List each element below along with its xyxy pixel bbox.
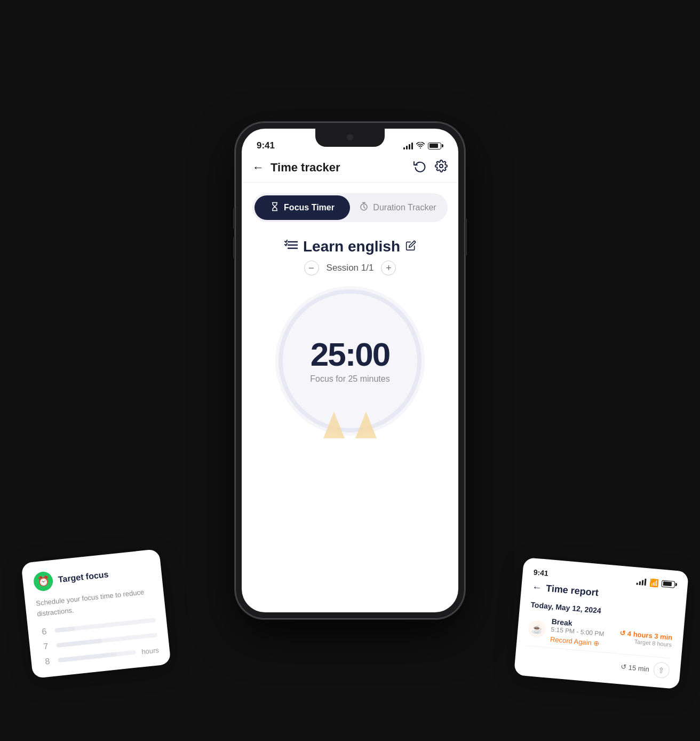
power-button[interactable]: [465, 218, 467, 256]
phone-screen: 9:41: [242, 129, 458, 612]
session-row: − Session 1/1 +: [304, 261, 396, 275]
duration-tracker-label: Duration Tracker: [373, 203, 436, 212]
timer-sublabel: Focus for 25 minutes: [310, 374, 389, 384]
share-icon[interactable]: ⇧: [653, 661, 671, 679]
card-left-desc: Schedule your focus time to reduce distr…: [35, 586, 154, 619]
hour-label-7: 7: [40, 641, 52, 652]
header-actions: [413, 160, 448, 176]
svg-marker-7: [323, 412, 345, 438]
right-status-icons: 📶: [636, 577, 677, 589]
scene: ⏰ Target focus Schedule your focus time …: [0, 0, 700, 741]
svg-marker-8: [355, 412, 377, 438]
history-icon[interactable]: [413, 160, 426, 176]
battery-icon: [428, 143, 443, 149]
session-increment-button[interactable]: +: [381, 261, 396, 275]
tab-focus-timer[interactable]: Focus Timer: [254, 195, 350, 220]
card-left-title: Target focus: [58, 570, 109, 585]
task-list-icon: [284, 239, 298, 254]
timer-circle[interactable]: 25:00 Focus for 25 minutes: [275, 286, 425, 436]
task-section: Learn english − Session 1/1 +: [242, 227, 458, 281]
timer-number: 25:00: [310, 338, 389, 371]
volume-down-button[interactable]: [233, 237, 235, 258]
phone-frame: 9:41: [235, 122, 465, 619]
card-right: 9:41 📶 ← Time report Today, May 12, 2024: [514, 557, 689, 689]
right-status-time: 9:41: [533, 568, 548, 578]
session-decrement-button[interactable]: −: [304, 261, 319, 275]
focus-timer-label: Focus Timer: [284, 203, 335, 212]
timer-section: 25:00 Focus for 25 minutes: [242, 281, 458, 612]
svg-point-1: [440, 164, 443, 168]
svg-point-0: [420, 147, 421, 148]
session-label: Session 1/1: [327, 263, 374, 273]
volume-up-button[interactable]: [233, 208, 235, 229]
stopwatch-icon: [359, 202, 369, 214]
back-button[interactable]: ←: [252, 161, 264, 175]
right-back-icon[interactable]: ←: [531, 581, 542, 593]
target-focus-icon: ⏰: [33, 571, 54, 592]
card-left: ⏰ Target focus Schedule your focus time …: [21, 549, 171, 679]
card-right-title: Time report: [545, 583, 599, 599]
hour-label-8: 8: [42, 656, 53, 667]
tab-duration-tracker[interactable]: Duration Tracker: [350, 195, 446, 220]
wifi-icon: [416, 141, 425, 150]
task-title: Learn english: [303, 238, 400, 255]
tab-switcher: Focus Timer Duration Tracker: [252, 193, 448, 222]
entry-icon: ☕: [528, 620, 546, 638]
hour-label-6: 6: [38, 626, 50, 637]
header: ← Time tracker: [242, 155, 458, 183]
hours-list: 6 7 8 hours: [38, 615, 160, 667]
battery-icon: [661, 580, 677, 588]
camera: [347, 134, 353, 140]
hourglass-icon: [270, 202, 280, 214]
signal-bars: [403, 142, 413, 149]
notch: [315, 129, 385, 147]
page-title: Time tracker: [271, 161, 413, 175]
settings-icon[interactable]: [435, 160, 448, 176]
wifi-icon: 📶: [649, 578, 658, 587]
status-time: 9:41: [257, 140, 275, 151]
minutes-badge: ↺ 15 min: [620, 663, 649, 673]
hours-unit: hours: [141, 646, 160, 656]
timer-display: 25:00 Focus for 25 minutes: [310, 338, 389, 384]
task-title-row: Learn english: [284, 238, 416, 255]
edit-icon[interactable]: [405, 240, 416, 254]
status-icons: [403, 141, 443, 150]
